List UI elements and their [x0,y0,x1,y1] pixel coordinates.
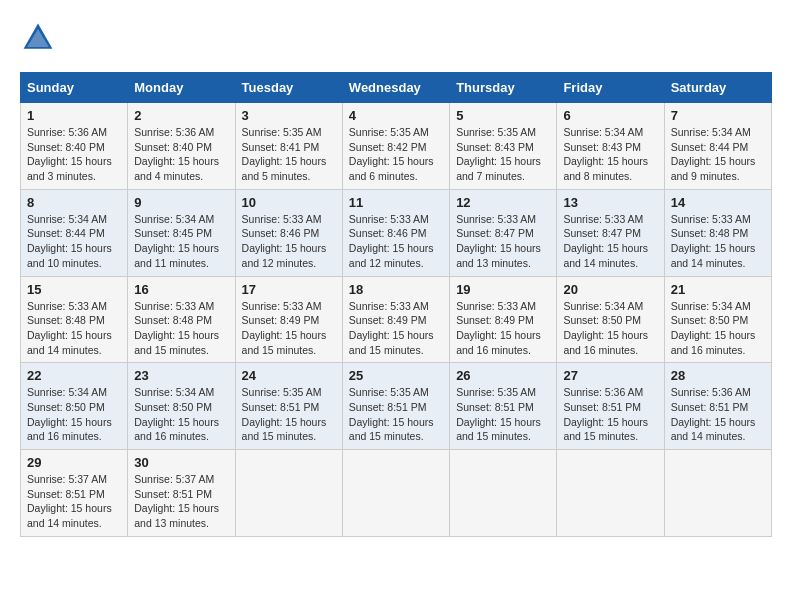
calendar-cell [235,450,342,537]
calendar-table: SundayMondayTuesdayWednesdayThursdayFrid… [20,72,772,537]
calendar-cell: 24Sunrise: 5:35 AMSunset: 8:51 PMDayligh… [235,363,342,450]
day-info: Sunrise: 5:37 AMSunset: 8:51 PMDaylight:… [27,472,121,531]
calendar-cell: 9Sunrise: 5:34 AMSunset: 8:45 PMDaylight… [128,189,235,276]
calendar-cell: 10Sunrise: 5:33 AMSunset: 8:46 PMDayligh… [235,189,342,276]
day-number: 1 [27,108,121,123]
day-number: 21 [671,282,765,297]
day-info: Sunrise: 5:34 AMSunset: 8:45 PMDaylight:… [134,212,228,271]
day-number: 27 [563,368,657,383]
day-number: 16 [134,282,228,297]
page-header [20,20,772,56]
calendar-body: 1Sunrise: 5:36 AMSunset: 8:40 PMDaylight… [21,103,772,537]
calendar-cell: 23Sunrise: 5:34 AMSunset: 8:50 PMDayligh… [128,363,235,450]
day-info: Sunrise: 5:35 AMSunset: 8:42 PMDaylight:… [349,125,443,184]
day-info: Sunrise: 5:35 AMSunset: 8:51 PMDaylight:… [456,385,550,444]
calendar-cell: 21Sunrise: 5:34 AMSunset: 8:50 PMDayligh… [664,276,771,363]
weekday-header: Monday [128,73,235,103]
day-number: 15 [27,282,121,297]
day-number: 9 [134,195,228,210]
calendar-cell: 27Sunrise: 5:36 AMSunset: 8:51 PMDayligh… [557,363,664,450]
calendar-cell: 18Sunrise: 5:33 AMSunset: 8:49 PMDayligh… [342,276,449,363]
day-info: Sunrise: 5:34 AMSunset: 8:50 PMDaylight:… [671,299,765,358]
calendar-cell: 17Sunrise: 5:33 AMSunset: 8:49 PMDayligh… [235,276,342,363]
day-info: Sunrise: 5:35 AMSunset: 8:43 PMDaylight:… [456,125,550,184]
day-info: Sunrise: 5:33 AMSunset: 8:48 PMDaylight:… [134,299,228,358]
calendar-cell [450,450,557,537]
day-number: 26 [456,368,550,383]
weekday-header: Tuesday [235,73,342,103]
day-number: 30 [134,455,228,470]
calendar-cell [342,450,449,537]
day-number: 8 [27,195,121,210]
day-number: 18 [349,282,443,297]
day-number: 28 [671,368,765,383]
calendar-cell [664,450,771,537]
day-number: 22 [27,368,121,383]
weekday-header: Friday [557,73,664,103]
calendar-cell: 22Sunrise: 5:34 AMSunset: 8:50 PMDayligh… [21,363,128,450]
calendar-cell: 15Sunrise: 5:33 AMSunset: 8:48 PMDayligh… [21,276,128,363]
day-number: 20 [563,282,657,297]
calendar-week-row: 29Sunrise: 5:37 AMSunset: 8:51 PMDayligh… [21,450,772,537]
logo [20,20,60,56]
day-number: 13 [563,195,657,210]
day-info: Sunrise: 5:33 AMSunset: 8:46 PMDaylight:… [242,212,336,271]
calendar-cell: 7Sunrise: 5:34 AMSunset: 8:44 PMDaylight… [664,103,771,190]
calendar-cell: 25Sunrise: 5:35 AMSunset: 8:51 PMDayligh… [342,363,449,450]
day-number: 4 [349,108,443,123]
day-number: 7 [671,108,765,123]
calendar-cell: 12Sunrise: 5:33 AMSunset: 8:47 PMDayligh… [450,189,557,276]
day-info: Sunrise: 5:33 AMSunset: 8:49 PMDaylight:… [349,299,443,358]
calendar-week-row: 15Sunrise: 5:33 AMSunset: 8:48 PMDayligh… [21,276,772,363]
day-number: 3 [242,108,336,123]
weekday-header: Sunday [21,73,128,103]
day-info: Sunrise: 5:33 AMSunset: 8:49 PMDaylight:… [242,299,336,358]
calendar-cell: 26Sunrise: 5:35 AMSunset: 8:51 PMDayligh… [450,363,557,450]
day-info: Sunrise: 5:34 AMSunset: 8:44 PMDaylight:… [671,125,765,184]
day-info: Sunrise: 5:36 AMSunset: 8:40 PMDaylight:… [134,125,228,184]
day-number: 12 [456,195,550,210]
day-info: Sunrise: 5:34 AMSunset: 8:50 PMDaylight:… [563,299,657,358]
calendar-cell: 1Sunrise: 5:36 AMSunset: 8:40 PMDaylight… [21,103,128,190]
day-number: 14 [671,195,765,210]
calendar-cell [557,450,664,537]
day-info: Sunrise: 5:34 AMSunset: 8:43 PMDaylight:… [563,125,657,184]
calendar-cell: 4Sunrise: 5:35 AMSunset: 8:42 PMDaylight… [342,103,449,190]
calendar-cell: 2Sunrise: 5:36 AMSunset: 8:40 PMDaylight… [128,103,235,190]
weekday-header-row: SundayMondayTuesdayWednesdayThursdayFrid… [21,73,772,103]
calendar-week-row: 1Sunrise: 5:36 AMSunset: 8:40 PMDaylight… [21,103,772,190]
weekday-header: Saturday [664,73,771,103]
day-info: Sunrise: 5:34 AMSunset: 8:44 PMDaylight:… [27,212,121,271]
day-info: Sunrise: 5:36 AMSunset: 8:51 PMDaylight:… [563,385,657,444]
day-number: 5 [456,108,550,123]
day-info: Sunrise: 5:35 AMSunset: 8:51 PMDaylight:… [349,385,443,444]
calendar-cell: 5Sunrise: 5:35 AMSunset: 8:43 PMDaylight… [450,103,557,190]
day-info: Sunrise: 5:34 AMSunset: 8:50 PMDaylight:… [134,385,228,444]
calendar-cell: 29Sunrise: 5:37 AMSunset: 8:51 PMDayligh… [21,450,128,537]
day-number: 19 [456,282,550,297]
day-number: 24 [242,368,336,383]
day-number: 6 [563,108,657,123]
calendar-week-row: 22Sunrise: 5:34 AMSunset: 8:50 PMDayligh… [21,363,772,450]
calendar-cell: 28Sunrise: 5:36 AMSunset: 8:51 PMDayligh… [664,363,771,450]
day-info: Sunrise: 5:36 AMSunset: 8:51 PMDaylight:… [671,385,765,444]
calendar-header: SundayMondayTuesdayWednesdayThursdayFrid… [21,73,772,103]
day-info: Sunrise: 5:35 AMSunset: 8:41 PMDaylight:… [242,125,336,184]
calendar-cell: 11Sunrise: 5:33 AMSunset: 8:46 PMDayligh… [342,189,449,276]
day-info: Sunrise: 5:36 AMSunset: 8:40 PMDaylight:… [27,125,121,184]
day-info: Sunrise: 5:33 AMSunset: 8:48 PMDaylight:… [671,212,765,271]
logo-icon [20,20,56,56]
weekday-header: Thursday [450,73,557,103]
calendar-cell: 20Sunrise: 5:34 AMSunset: 8:50 PMDayligh… [557,276,664,363]
day-info: Sunrise: 5:33 AMSunset: 8:46 PMDaylight:… [349,212,443,271]
calendar-cell: 13Sunrise: 5:33 AMSunset: 8:47 PMDayligh… [557,189,664,276]
day-info: Sunrise: 5:33 AMSunset: 8:47 PMDaylight:… [456,212,550,271]
day-number: 10 [242,195,336,210]
calendar-cell: 3Sunrise: 5:35 AMSunset: 8:41 PMDaylight… [235,103,342,190]
day-number: 29 [27,455,121,470]
calendar-cell: 14Sunrise: 5:33 AMSunset: 8:48 PMDayligh… [664,189,771,276]
day-info: Sunrise: 5:33 AMSunset: 8:47 PMDaylight:… [563,212,657,271]
weekday-header: Wednesday [342,73,449,103]
calendar-week-row: 8Sunrise: 5:34 AMSunset: 8:44 PMDaylight… [21,189,772,276]
calendar-cell: 30Sunrise: 5:37 AMSunset: 8:51 PMDayligh… [128,450,235,537]
